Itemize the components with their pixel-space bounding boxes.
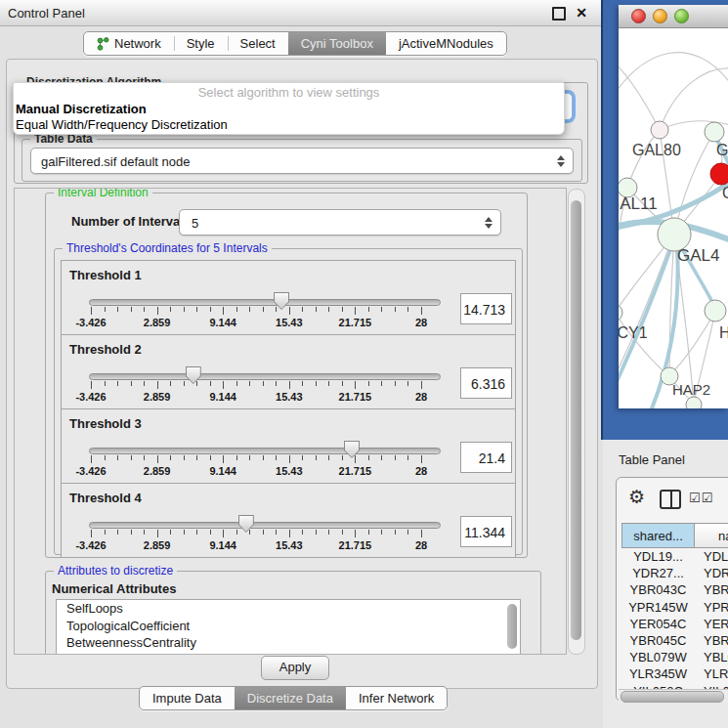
tab-cyni-toolbox[interactable]: Cyni Toolbox [288,32,386,55]
table-row[interactable]: YLR345WYLR3 [621,665,728,682]
close-traffic-light-icon[interactable] [631,9,646,23]
tab-select[interactable]: Select [228,32,288,55]
threshold-slider[interactable]: -3.4262.8599.14415.4321.71528 [89,292,441,333]
table-hscrollbar[interactable] [619,689,728,703]
network-node[interactable] [705,122,724,142]
threshold-value-field[interactable]: 14.713 [460,293,512,324]
slider-tick [144,530,145,535]
slider-tick [170,530,171,535]
table-row[interactable]: YDL19...YDL1 [621,548,728,565]
list-scrollbar-thumb[interactable] [507,604,517,649]
dropdown-hint-item[interactable]: Select algorithm to view settings [14,85,564,100]
tab-style[interactable]: Style [174,32,228,55]
slider-tick [170,307,171,312]
cell-shared-name[interactable]: YDR27... [621,566,695,580]
threshold-slider[interactable]: -3.4262.8599.14415.4321.71528 [89,515,441,556]
settings-scroll-area[interactable]: Interval Definition Number of Intervals … [14,188,567,655]
network-window[interactable]: GAL80GACGAL11GAL4GCY1HAHAP2 [619,5,728,408]
slider-tick [117,381,118,386]
slider-tick [395,307,396,312]
table-row[interactable]: YPR145WYPR1 [621,599,728,616]
attribute-item[interactable]: SelfLoops [57,600,520,618]
slider-axis-label: -3.426 [75,317,106,328]
cell-name[interactable]: YBR0 [695,582,728,597]
table-row[interactable]: YBR045CYBR0 [621,632,728,649]
cell-name[interactable]: YER0 [695,617,728,631]
columns-icon[interactable] [660,490,681,509]
cell-name[interactable]: YLR3 [695,666,728,681]
cell-shared-name[interactable]: YBR045C [621,633,695,648]
threshold-label: Threshold 4 [69,491,142,505]
slider-tick [210,455,211,460]
network-canvas[interactable]: GAL80GACGAL11GAL4GCY1HAHAP2 [619,27,728,408]
column-header-name[interactable]: na [694,523,728,548]
slider-tick [381,455,382,460]
close-icon[interactable]: ✕ [576,5,587,21]
combo-arrows-icon [485,217,492,229]
threshold-value-field[interactable]: 11.344 [460,516,512,547]
slider-tick [276,455,277,460]
numerical-attributes-list[interactable]: SelfLoopsTopologicalCoefficientBetweenne… [56,599,521,655]
cell-name[interactable]: YDR2 [695,566,728,580]
network-node[interactable] [686,397,702,408]
slider-tick [184,455,185,460]
slider-tick [355,455,356,463]
slider-tick [395,381,396,386]
cell-shared-name[interactable]: YPR145W [621,600,695,615]
tab-network[interactable]: Network [84,32,174,55]
cell-name[interactable]: YBR0 [695,633,728,648]
threshold-value-field[interactable]: 21.4 [460,442,512,473]
column-header-shared[interactable]: shared... [621,523,695,548]
slider-tick [117,455,118,460]
network-node[interactable] [710,163,728,185]
table-row[interactable]: YBL079WYBL0 [621,649,728,665]
apply-button[interactable]: Apply [261,656,329,680]
network-node[interactable] [705,300,726,321]
select-columns-checkboxes-icon[interactable]: ☑☑ [689,491,713,505]
minimize-traffic-light-icon[interactable] [653,9,667,23]
settings-scrollbar-thumb[interactable] [571,200,581,640]
slider-tick [249,455,250,460]
tab-jactivemnodules[interactable]: jActiveMNodules [386,32,506,55]
table-row[interactable]: YBR043CYBR0 [621,581,728,598]
control-panel: Control Panel ✕ NetworkStyleSelectCyni T… [0,0,603,728]
table-hscrollbar-thumb[interactable] [621,691,724,703]
network-node-label: GCY1 [619,324,648,341]
threshold-slider[interactable]: -3.4262.8599.14415.4321.71528 [89,366,441,407]
tab-impute-data[interactable]: Impute Data [140,687,235,709]
cell-name[interactable]: YBL0 [695,650,728,664]
tab-infer-network[interactable]: Infer Network [346,687,447,709]
threshold-value-field[interactable]: 6.316 [460,367,512,399]
float-window-icon[interactable] [552,7,566,21]
slider-tick [263,455,264,460]
network-node[interactable] [651,121,668,139]
threshold-slider[interactable]: -3.4262.8599.14415.4321.71528 [89,441,441,482]
dropdown-option-manual[interactable]: Manual Discretization [16,102,562,116]
slider-tick [276,307,277,312]
cell-name[interactable]: YPR1 [695,600,728,615]
settings-scrollbar[interactable] [568,189,585,655]
slider-tick [395,530,396,535]
number-of-intervals-combobox[interactable]: 5 [179,209,501,236]
table-row[interactable]: YDR27...YDR2 [621,565,728,581]
cell-shared-name[interactable]: YDL19... [621,549,695,564]
cell-shared-name[interactable]: YBR043C [621,582,695,597]
cell-name[interactable]: YDL1 [695,549,728,564]
cell-shared-name[interactable]: YER054C [621,617,695,631]
network-node[interactable] [619,304,622,321]
table-data-combobox[interactable]: galFiltered.sif default node [30,148,574,174]
tab-discretize-data[interactable]: Discretize Data [235,687,346,709]
zoom-traffic-light-icon[interactable] [674,9,689,23]
slider-handle[interactable] [344,441,360,458]
cell-shared-name[interactable]: YBL079W [621,650,695,664]
cell-shared-name[interactable]: YLR345W [621,666,695,681]
attribute-item[interactable]: TopologicalCoefficient [57,618,520,635]
attribute-item[interactable]: BetweennessCentrality [57,634,520,652]
dropdown-option-equal-width[interactable]: Equal Width/Frequency Discretization [16,117,562,132]
gear-icon[interactable]: ⚙ [628,486,645,508]
slider-handle[interactable] [186,366,201,384]
node-table[interactable]: shared... na YDL19...YDL1YDR27...YDR2YBR… [621,523,728,700]
slider-handle[interactable] [238,515,254,533]
network-edge[interactable] [619,59,660,130]
table-row[interactable]: YER054CYER0 [621,616,728,632]
